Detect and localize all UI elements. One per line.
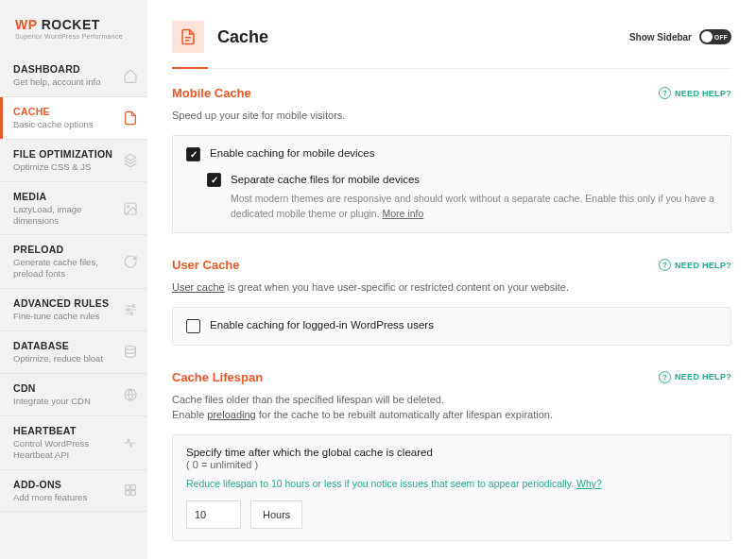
sidebar-item-heartbeat[interactable]: HEARTBEAT Control WordPress Heartbeat AP… [0, 416, 147, 470]
nav-subtitle: Generate cache files, preload fonts [13, 257, 119, 280]
nav-title: DASHBOARD [13, 63, 119, 75]
brand-logo: WP ROCKET Superior WordPress Performance [0, 0, 147, 55]
more-info-link[interactable]: More info [383, 208, 424, 219]
lifespan-value-input[interactable] [186, 500, 241, 529]
sidebar-item-media[interactable]: MEDIA LazyLoad, image dimensions [0, 182, 147, 236]
page-title: Cache [217, 27, 268, 47]
nav-subtitle: Add more features [13, 492, 119, 503]
help-link-mobile[interactable]: ?NEED HELP? [659, 87, 731, 99]
lifespan-unit-select[interactable]: Hours [250, 500, 302, 529]
nav-subtitle: Control WordPress Heartbeat API [13, 438, 119, 461]
svg-rect-9 [126, 491, 130, 496]
main-panel: Cache Show Sidebar OFF Mobile Cache ?NEE… [147, 0, 756, 559]
nav-subtitle: Integrate your CDN [13, 396, 119, 407]
checkbox-enable-user-cache[interactable] [186, 319, 200, 333]
image-icon [123, 201, 138, 216]
nav-title: CACHE [13, 106, 119, 117]
show-sidebar-label: Show Sidebar [629, 32, 692, 42]
sidebar: WP ROCKET Superior WordPress Performance… [0, 0, 147, 559]
sliders-icon [123, 302, 138, 317]
lifespan-tip: Reduce lifespan to 10 hours or less if y… [186, 478, 717, 489]
nav-subtitle: LazyLoad, image dimensions [13, 204, 119, 227]
section-user-cache: User Cache ?NEED HELP? User cache is gre… [172, 258, 731, 346]
lifespan-box: Specify time after which the global cach… [172, 434, 731, 541]
section-mobile-cache: Mobile Cache ?NEED HELP? Speed up your s… [172, 86, 731, 233]
nav-subtitle: Fine-tune cache rules [13, 311, 119, 322]
help-link-user[interactable]: ?NEED HELP? [659, 259, 731, 271]
section-cache-lifespan: Cache Lifespan ?NEED HELP? Cache files o… [172, 370, 731, 541]
show-sidebar-toggle[interactable]: OFF [699, 29, 731, 44]
nav-title: DATABASE [13, 340, 119, 351]
svg-point-1 [128, 205, 129, 207]
nav-title: ADVANCED RULES [13, 297, 119, 309]
nav-title: ADD-ONS [13, 479, 119, 490]
sidebar-item-file-optimization[interactable]: FILE OPTIMIZATION Optimize CSS & JS [0, 140, 147, 182]
heart-icon [123, 435, 138, 450]
nav-subtitle: Get help, account info [13, 76, 119, 88]
sidebar-item-advanced-rules[interactable]: ADVANCED RULES Fine-tune cache rules [0, 289, 147, 331]
sidebar-item-cache[interactable]: CACHE Basic cache options [0, 97, 147, 140]
lifespan-box-sub: ( 0 = unlimited ) [186, 459, 717, 470]
cache-page-icon [172, 21, 204, 53]
sidebar-item-database[interactable]: DATABASE Optimize, reduce bloat [0, 331, 147, 374]
globe-icon [123, 387, 138, 402]
nav-title: HEARTBEAT [13, 425, 119, 436]
db-icon [123, 345, 138, 360]
page-header: Cache Show Sidebar OFF [172, 21, 731, 69]
checkbox-separate-mobile-cache[interactable] [207, 173, 221, 187]
refresh-icon [123, 254, 138, 269]
svg-rect-10 [131, 491, 136, 496]
cache-lifespan-title: Cache Lifespan [172, 370, 263, 384]
help-icon: ? [659, 371, 671, 383]
preloading-link[interactable]: preloading [207, 409, 255, 420]
svg-point-2 [132, 305, 135, 308]
mobile-cache-title: Mobile Cache [172, 86, 251, 100]
nav-title: MEDIA [13, 191, 119, 202]
svg-rect-8 [131, 485, 136, 490]
sidebar-item-preload[interactable]: PRELOAD Generate cache files, preload fo… [0, 235, 147, 289]
sidebar-item-dashboard[interactable]: DASHBOARD Get help, account info [0, 55, 147, 97]
user-cache-desc: User cache is great when you have user-s… [172, 280, 731, 296]
help-link-lifespan[interactable]: ?NEED HELP? [659, 371, 731, 383]
mobile-cache-desc: Speed up your site for mobile visitors. [172, 108, 731, 124]
lifespan-desc: Cache files older than the specified lif… [172, 392, 731, 423]
sidebar-item-cdn[interactable]: CDN Integrate your CDN [0, 374, 147, 416]
layers-icon [123, 153, 138, 168]
nav-title: FILE OPTIMIZATION [13, 148, 119, 160]
brand-wp: WP [15, 17, 37, 32]
label-enable-user-cache[interactable]: Enable caching for logged-in WordPress u… [210, 319, 434, 330]
brand-tagline: Superior WordPress Performance [15, 33, 136, 40]
lifespan-box-title: Specify time after which the global cach… [186, 447, 717, 458]
svg-rect-7 [126, 485, 130, 490]
hint-separate-mobile: Most modern themes are responsive and sh… [231, 191, 717, 222]
nav-title: PRELOAD [13, 244, 119, 255]
user-cache-box: Enable caching for logged-in WordPress u… [172, 307, 731, 346]
nav-title: CDN [13, 382, 119, 394]
sidebar-nav: DASHBOARD Get help, account info CACHE B… [0, 55, 147, 512]
home-icon [123, 68, 138, 83]
toggle-state-text: OFF [714, 34, 728, 41]
puzzle-icon [123, 483, 138, 498]
help-icon: ? [659, 87, 671, 99]
mobile-cache-box: Enable caching for mobile devices Separa… [172, 135, 731, 234]
label-enable-mobile-cache[interactable]: Enable caching for mobile devices [210, 147, 375, 159]
user-cache-title: User Cache [172, 258, 240, 272]
svg-point-4 [130, 313, 133, 315]
doc-icon [123, 110, 138, 126]
nav-subtitle: Optimize CSS & JS [13, 161, 119, 173]
why-link[interactable]: Why? [576, 478, 602, 489]
nav-subtitle: Basic cache options [13, 119, 119, 130]
svg-point-5 [126, 346, 136, 349]
nav-subtitle: Optimize, reduce bloat [13, 353, 119, 364]
brand-rocket: ROCKET [37, 17, 100, 32]
checkbox-enable-mobile-cache[interactable] [186, 147, 200, 161]
help-icon: ? [659, 259, 671, 271]
sidebar-item-add-ons[interactable]: ADD-ONS Add more features [0, 470, 147, 513]
label-separate-mobile-cache[interactable]: Separate cache files for mobile devices [231, 174, 420, 185]
